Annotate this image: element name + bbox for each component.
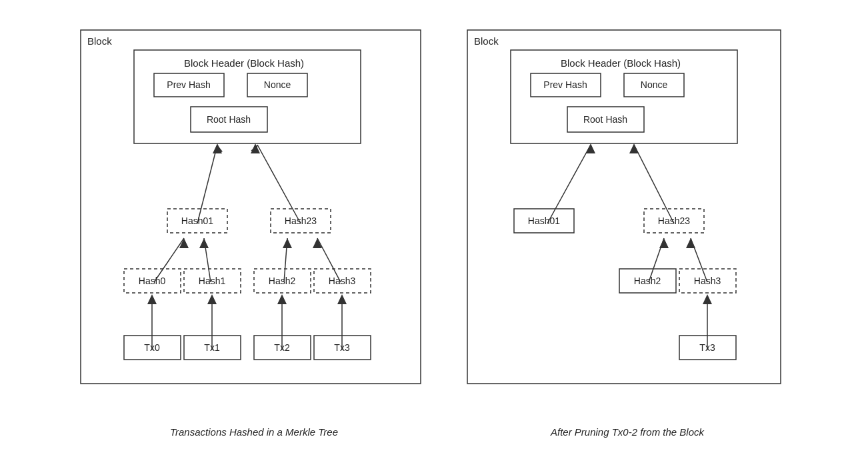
right-nonce: Nonce xyxy=(641,79,668,90)
left-hash1: Hash1 xyxy=(199,276,226,286)
svg-line-5 xyxy=(197,145,217,223)
right-hash3: Hash3 xyxy=(694,276,721,286)
right-prev-hash: Prev Hash xyxy=(543,79,587,90)
left-hash0: Hash0 xyxy=(139,276,166,286)
svg-line-44 xyxy=(634,145,674,223)
svg-marker-32 xyxy=(337,294,347,304)
svg-marker-16 xyxy=(199,238,209,248)
svg-marker-9 xyxy=(213,143,222,153)
svg-rect-0 xyxy=(81,30,421,384)
right-header-title: Block Header (Block Hash) xyxy=(561,57,681,69)
svg-marker-20 xyxy=(313,238,322,248)
left-tx0: Tx0 xyxy=(144,342,160,353)
left-diagram: Block Block Header (Block Hash) Prev Has… xyxy=(81,30,427,438)
svg-marker-10 xyxy=(251,143,260,153)
svg-marker-49 xyxy=(659,238,669,248)
left-header-title: Block Header (Block Hash) xyxy=(184,57,304,69)
svg-line-42 xyxy=(547,145,591,223)
svg-marker-51 xyxy=(686,238,695,248)
svg-marker-45 xyxy=(629,143,639,153)
right-tx3: Tx3 xyxy=(699,342,715,353)
left-block-outer: Block Block Header (Block Hash) Prev Has… xyxy=(81,30,427,417)
left-tx1: Tx1 xyxy=(204,342,220,353)
svg-marker-26 xyxy=(147,294,157,304)
right-block-outer: Block Block Header (Block Hash) Prev Has… xyxy=(467,30,787,417)
left-nonce: Nonce xyxy=(264,79,291,90)
left-prev-hash: Prev Hash xyxy=(167,79,210,90)
diagrams-container: Block Block Header (Block Hash) Prev Has… xyxy=(54,17,814,451)
right-outer-border-svg: Block Block Header (Block Hash) Prev Has… xyxy=(467,30,787,417)
left-tx2: Tx2 xyxy=(274,342,290,353)
right-hash01: Hash01 xyxy=(528,215,560,226)
left-outer-border-svg: Block Block Header (Block Hash) Prev Has… xyxy=(81,30,427,417)
svg-marker-43 xyxy=(586,143,595,153)
left-root-hash: Root Hash xyxy=(207,114,251,125)
left-hash23: Hash23 xyxy=(285,215,317,226)
svg-marker-30 xyxy=(277,294,287,304)
left-caption: Transactions Hashed in a Merkle Tree xyxy=(170,426,338,438)
left-hash01: Hash01 xyxy=(181,215,213,226)
right-hash2: Hash2 xyxy=(634,276,661,286)
right-diagram: Block Block Header (Block Hash) Prev Has… xyxy=(467,30,787,438)
left-hash2: Hash2 xyxy=(269,276,296,286)
svg-marker-28 xyxy=(207,294,217,304)
svg-marker-18 xyxy=(283,238,292,248)
left-block-label: Block xyxy=(87,35,112,47)
right-hash23: Hash23 xyxy=(658,215,690,226)
left-tx3: Tx3 xyxy=(334,342,350,353)
svg-marker-55 xyxy=(703,294,712,304)
right-block-label: Block xyxy=(474,35,499,47)
svg-line-7 xyxy=(257,145,301,223)
right-root-hash: Root Hash xyxy=(583,114,627,125)
left-hash3: Hash3 xyxy=(329,276,356,286)
right-caption: After Pruning Tx0-2 from the Block xyxy=(551,426,704,438)
